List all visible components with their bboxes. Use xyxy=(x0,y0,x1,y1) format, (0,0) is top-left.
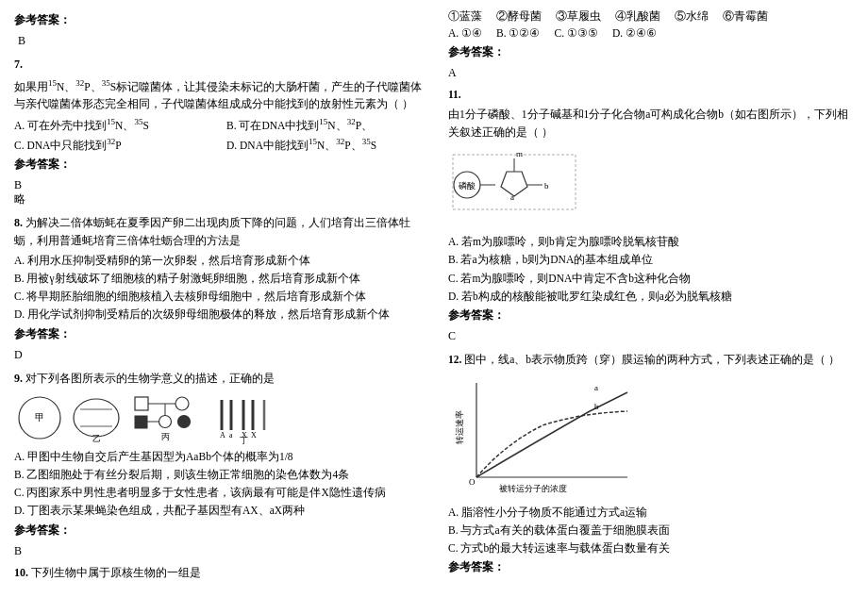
q9-diag-bing: 丙 xyxy=(127,392,203,444)
svg-text:被转运分子的浓度: 被转运分子的浓度 xyxy=(499,484,567,493)
q9-diag-ding: A a X X 丁 xyxy=(208,392,283,444)
q12-optC: C. 方式b的最大转运速率与载体蛋白数量有关 xyxy=(448,540,854,556)
svg-point-2 xyxy=(74,399,119,437)
q9-answer-section: 参考答案： xyxy=(14,523,429,539)
q7-answer-value: B xyxy=(14,178,429,192)
q6-answer: B xyxy=(14,34,429,48)
q11-optA: A. 若m为腺嘌呤，则b肯定为腺嘌呤脱氧核苷酸 xyxy=(448,234,854,250)
q12-chart-svg: 转运速率 被转运分子的浓度 a b O xyxy=(448,373,637,496)
q8-answer-label: 参考答案： xyxy=(14,327,71,340)
q8-optC-row: C. 将早期胚胎细胞的细胞核植入去核卵母细胞中，然后培育形成新个体 xyxy=(14,289,429,305)
svg-text:b: b xyxy=(544,181,549,191)
q9-optC-row: C. 丙图家系中男性患者明显多于女性患者，该病最有可能是伴X隐性遗传病 xyxy=(14,485,429,501)
q10-optB: B. ①②④ xyxy=(496,26,540,40)
svg-text:a: a xyxy=(229,431,233,440)
svg-point-12 xyxy=(178,415,191,427)
q12-text: 图中，线a、b表示物质跨（穿）膜运输的两种方式，下列表述正确的是（ ） xyxy=(464,354,840,365)
q12-optB-row: B. 与方式a有关的载体蛋白覆盖于细胞膜表面 xyxy=(448,523,854,539)
q7-ans: B xyxy=(14,178,22,191)
q7-number-text: 7. xyxy=(14,56,429,74)
q10-answer-right: A xyxy=(448,66,854,80)
q9-optC: C. 丙图家系中男性患者明显多于女性患者，该病最有可能是伴X隐性遗传病 xyxy=(14,485,429,501)
q9-answer-label: 参考答案： xyxy=(14,523,71,537)
q8-optB: B. 用被γ射线破坏了细胞核的精子射激蚝卵细胞，然后培育形成新个体 xyxy=(14,271,429,287)
q8-number: 8. xyxy=(14,216,23,229)
q7-extra: 略 xyxy=(14,192,429,207)
svg-text:a: a xyxy=(510,192,514,202)
q6-answer-value: B xyxy=(18,34,25,47)
q9-optA: A. 甲图中生物自交后产生基因型为AaBb个体的概率为1/8 xyxy=(14,449,429,465)
q10-top-options: ①蓝藻 ②酵母菌 ③草履虫 ④乳酸菌 ⑤水绵 ⑥青霉菌 xyxy=(448,9,854,24)
q10-opt5: ⑤水绵 xyxy=(675,9,709,24)
answer-label-top: 参考答案： xyxy=(14,13,71,26)
q9-optD-row: D. 丁图表示某果蝇染色组成，共配子基因型有AX、aX两种 xyxy=(14,503,429,519)
q11-answer-label: 参考答案： xyxy=(448,308,505,322)
q9-optD: D. 丁图表示某果蝇染色组成，共配子基因型有AX、aX两种 xyxy=(14,503,429,519)
q10-text: 下列生物中属于原核生物的一组是 xyxy=(31,567,201,578)
q10-answer-section-right: 参考答案： xyxy=(448,44,854,60)
q9-text: 对下列各图所表示的生物学意义的描述，正确的是 xyxy=(25,373,275,384)
q12-section: 12. 图中，线a、b表示物质跨（穿）膜运输的两种方式，下列表述正确的是（ ） … xyxy=(448,351,854,575)
svg-rect-6 xyxy=(135,397,148,410)
q9-diag-yi-svg: 乙 xyxy=(71,392,123,444)
q9-optB-row: B. 乙图细胞处于有丝分裂后期，则该生物正常细胞的染色体数为4条 xyxy=(14,467,429,483)
q10-opt3: ③草履虫 xyxy=(556,9,601,24)
svg-text:磷酸: 磷酸 xyxy=(458,181,476,191)
q7-option-row2: C. DNA中只能找到32P D. DNA中能找到15N、32P、35S xyxy=(14,136,429,154)
q9-diag-bing-svg: 丙 xyxy=(127,392,203,444)
q7-optB: B. 可在DNA中找到15N、32P、 xyxy=(226,116,429,134)
q7-answer-section: 参考答案： xyxy=(14,157,429,173)
svg-text:m: m xyxy=(516,149,523,158)
q11-diagram-container: 磷酸 m a b xyxy=(448,145,854,229)
q7-optC: C. DNA中只能找到32P xyxy=(14,136,217,154)
q11-number-text: 11. xyxy=(448,86,854,103)
q9-diagrams: 甲 乙 xyxy=(14,392,429,444)
q9-diag-jia-svg: 甲 xyxy=(14,392,66,444)
q12-number: 12. xyxy=(448,354,461,365)
svg-text:甲: 甲 xyxy=(35,412,44,423)
q10-opt2: ②酵母菌 xyxy=(496,9,542,24)
left-column: 参考答案： B 7. 如果用15N、32P、35S标记噬菌体，让其侵染未标记的大… xyxy=(14,9,429,588)
q11-optA-row: A. 若m为腺嘌呤，则b肯定为腺嘌呤脱氧核苷酸 xyxy=(448,234,854,250)
q7-text: 如果用15N、32P、35S标记噬菌体，让其侵染未标记的大肠杆菌，产生的子代噬菌… xyxy=(14,76,429,113)
svg-point-7 xyxy=(175,397,189,410)
q7-section: 7. 如果用15N、32P、35S标记噬菌体，让其侵染未标记的大肠杆菌，产生的子… xyxy=(14,56,429,207)
svg-text:b: b xyxy=(594,402,599,411)
q9-options: A. 甲图中生物自交后产生基因型为AaBb个体的概率为1/8 B. 乙图细胞处于… xyxy=(14,449,429,520)
q8-optD-row: D. 用化学试剂抑制受精后的次级卵母细胞极体的释放，然后培育形成新个体 xyxy=(14,307,429,323)
svg-text:A: A xyxy=(220,431,225,440)
q12-number-text: 12. 图中，线a、b表示物质跨（穿）膜运输的两种方式，下列表述正确的是（ ） xyxy=(448,351,854,368)
q11-optC: C. 若m为腺嘌呤，则DNA中肯定不含b这种化合物 xyxy=(448,271,854,287)
q10-optD: D. ②④⑥ xyxy=(612,26,657,40)
q11-number: 11. xyxy=(448,89,461,100)
q11-answer-section: 参考答案： xyxy=(448,307,854,324)
svg-text:丙: 丙 xyxy=(161,432,170,441)
q10-opt1: ①蓝藻 xyxy=(448,9,482,24)
q8-answer-section: 参考答案： xyxy=(14,326,429,342)
q9-number: 9. xyxy=(14,372,23,385)
q11-optB-row: B. 若a为核糖，b则为DNA的基本组成单位 xyxy=(448,252,854,268)
q8-optA-row: A. 利用水压抑制受精卵的第一次卵裂，然后培育形成新个体 xyxy=(14,253,429,269)
q12-optB: B. 与方式a有关的载体蛋白覆盖于细胞膜表面 xyxy=(448,523,854,539)
q9-answer-value: B xyxy=(14,544,429,558)
q11-section: 11. 由1分子磷酸、1分子碱基和1分子化合物a可构成化合物b（如右图所示），下… xyxy=(448,86,854,343)
q7-option-row1: A. 可在外壳中找到15N、35S B. 可在DNA中找到15N、32P、 xyxy=(14,116,429,134)
q12-answer-label: 参考答案： xyxy=(448,560,505,573)
q10-answer-label-right: 参考答案： xyxy=(448,45,505,58)
q8-optD: D. 用化学试剂抑制受精后的次级卵母细胞极体的释放，然后培育形成新个体 xyxy=(14,307,429,323)
right-column: ①蓝藻 ②酵母菌 ③草履虫 ④乳酸菌 ⑤水绵 ⑥青霉菌 A. ①④ B. ①②④… xyxy=(448,9,854,588)
q8-options: A. 利用水压抑制受精卵的第一次卵裂，然后培育形成新个体 B. 用被γ射线破坏了… xyxy=(14,253,429,324)
q11-answer-value: C xyxy=(448,329,854,343)
q8-number-text: 8. 为解决二倍体蛎蚝在夏季因产卵二出现肉质下降的问题，人们培育出三倍体牡蛎，利… xyxy=(14,214,429,250)
q11-optB: B. 若a为核糖，b则为DNA的基本组成单位 xyxy=(448,252,854,268)
svg-text:乙: 乙 xyxy=(92,434,101,443)
q10-opt6: ⑥青霉菌 xyxy=(723,9,768,24)
q9-number-text: 9. 对下列各图所表示的生物学意义的描述，正确的是 xyxy=(14,370,429,388)
q9-diag-ding-svg: A a X X 丁 xyxy=(208,392,283,444)
q8-section: 8. 为解决二倍体蛎蚝在夏季因产卵二出现肉质下降的问题，人们培育出三倍体牡蛎，利… xyxy=(14,214,429,362)
q11-optD-row: D. 若b构成的核酸能被吡罗红染成红色，则a必为脱氧核糖 xyxy=(448,289,854,305)
q9-optA-row: A. 甲图中生物自交后产生基因型为AaBb个体的概率为1/8 xyxy=(14,449,429,465)
q10-number: 10. xyxy=(14,566,28,579)
svg-text:X: X xyxy=(251,431,257,440)
q7-answer-label: 参考答案： xyxy=(14,158,71,171)
